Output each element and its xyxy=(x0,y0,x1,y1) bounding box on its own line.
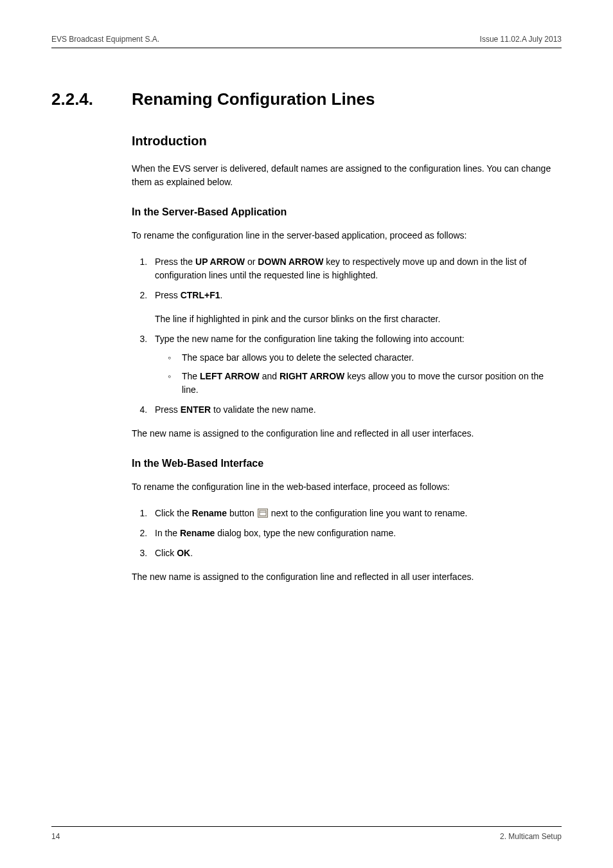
section-heading: 2.2.4. Renaming Configuration Lines xyxy=(51,87,562,112)
kbd-right-arrow: RIGHT ARROW xyxy=(280,371,344,381)
web-step-2: In the Rename dialog box, type the new c… xyxy=(150,527,562,540)
web-heading: In the Web-Based Interface xyxy=(132,456,562,471)
text: next to the configuration line you want … xyxy=(269,508,468,518)
kbd-down-arrow: DOWN ARROW xyxy=(258,257,323,267)
text: Press the xyxy=(155,257,195,267)
web-step-3: Click OK. xyxy=(150,547,562,560)
svg-rect-1 xyxy=(260,511,266,516)
text: Click the xyxy=(155,508,192,518)
section-title: Renaming Configuration Lines xyxy=(132,87,375,112)
footer-bar: 14 2. Multicam Setup xyxy=(51,826,562,842)
text: button xyxy=(227,508,257,518)
text: . xyxy=(220,290,223,300)
header-left: EVS Broadcast Equipment S.A. xyxy=(51,33,159,45)
header-bar: EVS Broadcast Equipment S.A. Issue 11.02… xyxy=(51,33,562,48)
server-step-1: Press the UP ARROW or DOWN ARROW key to … xyxy=(150,255,562,282)
server-step-4: Press ENTER to validate the new name. xyxy=(150,403,562,417)
text: Type the new name for the configuration … xyxy=(155,334,465,344)
server-step-3-sub1: The space bar allows you to delete the s… xyxy=(168,351,562,365)
rename-label: Rename xyxy=(180,528,215,538)
text: or xyxy=(245,257,258,267)
intro-heading: Introduction xyxy=(132,131,562,150)
section-number: 2.2.4. xyxy=(51,87,132,112)
rename-icon xyxy=(258,509,268,518)
server-heading: In the Server-Based Application xyxy=(132,204,562,220)
kbd-left-arrow: LEFT ARROW xyxy=(200,371,260,381)
server-steps-cont: Type the new name for the configuration … xyxy=(132,332,562,417)
kbd-enter: ENTER xyxy=(181,404,211,415)
server-step-3: Type the new name for the configuration … xyxy=(150,332,562,397)
footer-right: 2. Multicam Setup xyxy=(500,831,562,842)
kbd-ctrl-f1: CTRL+F1 xyxy=(181,290,220,300)
intro-paragraph: When the EVS server is delivered, defaul… xyxy=(132,162,562,189)
page: EVS Broadcast Equipment S.A. Issue 11.02… xyxy=(0,0,613,868)
web-step-1: Click the Rename button next to the conf… xyxy=(150,507,562,520)
text: Press xyxy=(155,290,181,300)
page-number: 14 xyxy=(51,831,60,842)
server-step-3-sub2: The LEFT ARROW and RIGHT ARROW keys allo… xyxy=(168,370,562,397)
web-steps: Click the Rename button next to the conf… xyxy=(132,507,562,560)
text: Press xyxy=(155,404,181,415)
ok-label: OK xyxy=(177,548,190,558)
server-steps: Press the UP ARROW or DOWN ARROW key to … xyxy=(132,255,562,302)
server-step-2: Press CTRL+F1. xyxy=(150,289,562,302)
kbd-up-arrow: UP ARROW xyxy=(195,257,245,267)
rename-label: Rename xyxy=(192,508,227,518)
text: Click xyxy=(155,548,177,558)
text: In the xyxy=(155,528,180,538)
text: and xyxy=(260,371,280,381)
server-step-3-sublist: The space bar allows you to delete the s… xyxy=(155,351,562,397)
text: dialog box, type the new configuration n… xyxy=(215,528,396,538)
content-area: Introduction When the EVS server is deli… xyxy=(132,131,562,584)
server-closing: The new name is assigned to the configur… xyxy=(132,427,562,440)
web-closing: The new name is assigned to the configur… xyxy=(132,570,562,584)
web-lead: To rename the configuration line in the … xyxy=(132,480,562,494)
server-step-2-note: The line if highlighted in pink and the … xyxy=(155,312,562,326)
text: The xyxy=(182,371,200,381)
server-lead: To rename the configuration line in the … xyxy=(132,229,562,242)
header-right: Issue 11.02.A July 2013 xyxy=(480,33,562,45)
text: to validate the new name. xyxy=(211,404,315,415)
text: . xyxy=(190,548,193,558)
